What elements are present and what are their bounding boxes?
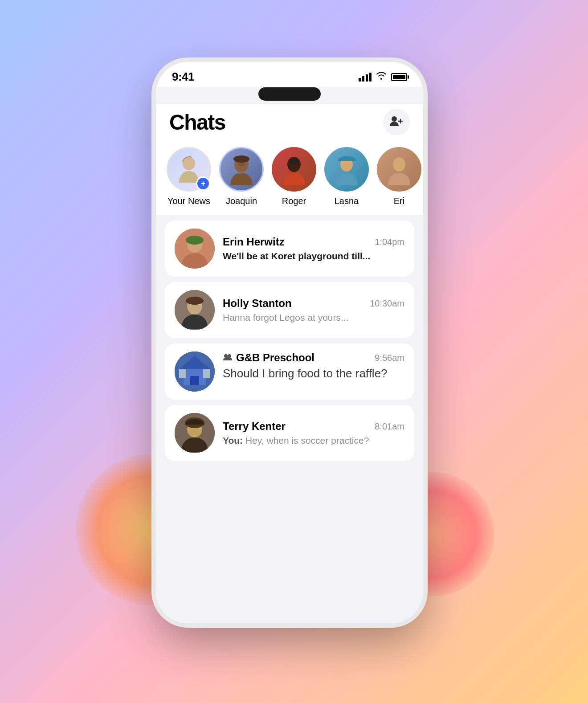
story-eri[interactable]: Eri <box>377 147 421 206</box>
lasna-label: Lasna <box>335 196 359 206</box>
erin-chat-preview: We'll be at Koret playground till... <box>223 251 404 262</box>
dynamic-island <box>258 87 321 101</box>
lasna-avatar <box>324 147 369 192</box>
phone-screen: 9:41 <box>156 62 423 623</box>
holly-chat-time: 10:30am <box>370 298 404 309</box>
plus-icon: + <box>201 180 206 188</box>
chat-item-terry[interactable]: Terry Kenter 8:01am You: Hey, when is so… <box>165 405 414 461</box>
app-header: Chats <box>156 104 423 143</box>
svg-point-21 <box>224 354 228 358</box>
svg-point-22 <box>228 354 231 358</box>
erin-chat-name: Erin Herwitz <box>223 236 285 248</box>
battery-icon <box>391 73 407 81</box>
status-time: 9:41 <box>172 70 194 84</box>
svg-point-3 <box>233 155 249 163</box>
wifi-icon <box>376 72 387 82</box>
preschool-chat-name: G&B Preschool <box>223 352 314 364</box>
svg-point-6 <box>290 159 298 164</box>
holly-chat-name: Holly Stanton <box>223 297 292 310</box>
chat-item-holly[interactable]: Holly Stanton 10:30am Hanna forgot Legos… <box>165 282 414 338</box>
svg-point-8 <box>393 157 405 172</box>
your-news-avatar-container: + <box>167 147 211 192</box>
group-icon <box>223 353 233 363</box>
phone-frame: 9:41 <box>156 62 423 623</box>
story-joaquin[interactable]: Joaquin <box>219 147 264 206</box>
story-your-news[interactable]: + Your News <box>167 147 211 206</box>
roger-avatar-container <box>272 147 316 192</box>
holly-avatar <box>175 290 215 330</box>
eri-avatar-container <box>377 147 421 192</box>
signal-bar-1 <box>359 78 361 82</box>
svg-point-14 <box>186 297 204 305</box>
terry-chat-preview: You: Hey, when is soccer practice? <box>223 435 404 446</box>
eri-avatar <box>377 147 421 192</box>
svg-rect-19 <box>179 369 186 378</box>
your-news-label: Your News <box>167 196 210 206</box>
add-contacts-button[interactable] <box>383 109 410 135</box>
terry-chat-time: 8:01am <box>375 421 404 432</box>
joaquin-label: Joaquin <box>226 196 257 206</box>
phone-wrapper: 9:41 <box>156 62 432 641</box>
preschool-chat-time: 9:56am <box>375 353 404 363</box>
story-lasna[interactable]: Lasna <box>324 147 369 206</box>
holly-chat-top: Holly Stanton 10:30am <box>223 297 404 310</box>
signal-bar-2 <box>362 76 364 82</box>
story-roger[interactable]: Roger <box>272 147 316 206</box>
lasna-avatar-container <box>324 147 369 192</box>
page-title: Chats <box>169 110 225 135</box>
terry-sender-label: You: <box>223 435 245 446</box>
status-bar: 9:41 <box>156 62 423 87</box>
svg-rect-20 <box>203 369 210 378</box>
roger-label: Roger <box>282 196 306 206</box>
main-content: Chats <box>156 104 423 623</box>
signal-bars-icon <box>359 73 372 82</box>
holly-chat-body: Holly Stanton 10:30am Hanna forgot Legos… <box>223 297 404 323</box>
eri-label: Eri <box>394 196 404 206</box>
svg-point-5 <box>287 157 301 172</box>
erin-chat-time: 1:04pm <box>375 237 404 247</box>
terry-chat-top: Terry Kenter 8:01am <box>223 420 404 433</box>
add-story-button[interactable]: + <box>196 176 210 191</box>
battery-fill <box>393 75 405 79</box>
svg-point-4 <box>238 163 245 166</box>
chat-item-preschool[interactable]: G&B Preschool 9:56am Should I bring food… <box>165 343 414 400</box>
terry-chat-body: Terry Kenter 8:01am You: Hey, when is so… <box>223 420 404 446</box>
erin-avatar <box>175 229 215 269</box>
holly-chat-preview: Hanna forgot Legos at yours... <box>223 312 404 323</box>
joaquin-avatar <box>219 147 264 192</box>
preschool-chat-top: G&B Preschool 9:56am <box>223 352 404 364</box>
preschool-avatar <box>175 352 215 392</box>
stories-row: + Your News <box>156 143 423 215</box>
preschool-chat-preview: Should I bring food to the raffle? <box>223 367 404 380</box>
signal-bar-3 <box>366 74 368 82</box>
joaquin-avatar-container <box>219 147 264 192</box>
contacts-group-icon <box>389 115 404 130</box>
chat-list: Erin Herwitz 1:04pm We'll be at Koret pl… <box>156 215 423 623</box>
erin-chat-top: Erin Herwitz 1:04pm <box>223 236 404 248</box>
roger-avatar <box>272 147 316 192</box>
svg-rect-18 <box>190 376 199 385</box>
chat-item-erin[interactable]: Erin Herwitz 1:04pm We'll be at Koret pl… <box>165 221 414 277</box>
erin-chat-body: Erin Herwitz 1:04pm We'll be at Koret pl… <box>223 236 404 262</box>
terry-avatar <box>175 413 215 453</box>
preschool-chat-body: G&B Preschool 9:56am Should I bring food… <box>223 352 404 380</box>
terry-chat-name: Terry Kenter <box>223 420 286 433</box>
status-icons <box>359 72 407 82</box>
svg-point-11 <box>186 236 204 245</box>
svg-point-0 <box>392 116 397 122</box>
signal-bar-4 <box>369 73 372 82</box>
